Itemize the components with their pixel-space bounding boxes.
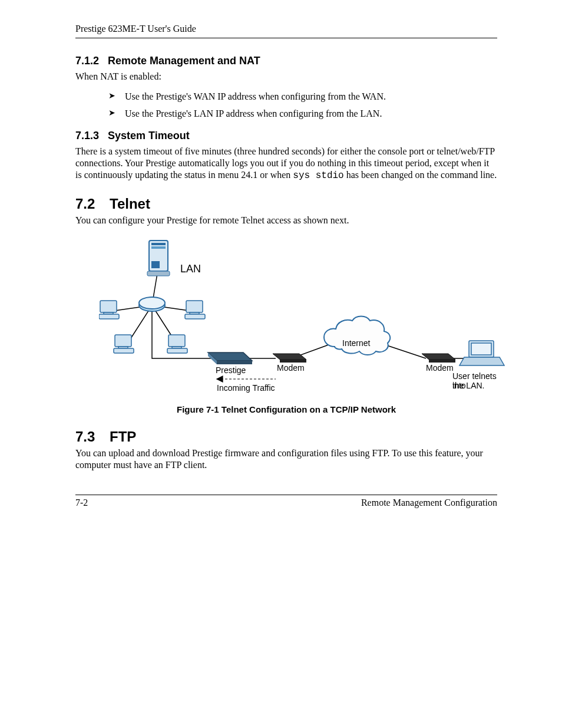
cloud-icon [324,316,390,355]
pc-icon [167,335,187,353]
heading-number: 7.3 [75,429,95,445]
intro-7-1-2: When NAT is enabled: [75,71,497,83]
footer-chapter: Remote Management Configuration [361,498,497,508]
prestige-icon [208,353,252,364]
svg-rect-16 [186,301,203,312]
body-7-2: You can configure your Prestige for remo… [75,215,497,226]
modem-icon [273,354,306,363]
svg-rect-18 [185,314,205,319]
svg-rect-22 [168,335,185,347]
svg-rect-8 [151,243,166,245]
heading-number: 7.1.3 [75,130,99,142]
heading-7-2: 7.2 Telnet [75,196,497,212]
heading-text: System Timeout [108,130,190,141]
pc-icon [185,301,205,319]
heading-text: Telnet [110,196,150,212]
laptop-icon [459,341,504,365]
heading-7-1-2: 7.1.2 Remote Management and NAT [75,55,497,67]
heading-text: FTP [110,429,136,444]
svg-rect-10 [151,261,160,268]
svg-rect-26 [471,343,491,355]
svg-rect-9 [151,246,166,249]
body-text-b: has been changed on the command line. [344,170,497,180]
svg-rect-21 [114,348,134,353]
svg-rect-15 [99,314,119,319]
label-modem-2: Modem [426,363,454,373]
arrow-icon [217,376,276,382]
svg-rect-24 [167,348,187,353]
modem-icon [422,354,455,363]
label-internet: Internet [342,338,370,348]
page-footer: 7-2 Remote Management Configuration [75,495,497,508]
svg-rect-19 [115,335,131,347]
label-user-2: the LAN. [452,381,484,390]
heading-number: 7.2 [75,196,95,212]
footer-page-number: 7-2 [75,498,88,508]
figure-caption: Figure 7-1 Telnet Configuration on a TCP… [75,404,497,414]
server-icon [147,241,170,276]
heading-7-1-3: 7.1.3 System Timeout [75,130,497,142]
svg-rect-11 [147,271,170,276]
pc-icon [114,335,134,353]
pc-icon [99,301,119,319]
page-content: Prestige 623ME-T User's Guide 7.1.2 Remo… [0,0,562,531]
label-prestige: Prestige [216,365,246,375]
svg-rect-13 [100,301,117,312]
heading-7-3: 7.3 FTP [75,429,497,445]
body-7-1-3: There is a system timeout of five minute… [75,146,497,182]
diagram-svg [99,235,511,400]
list-item: Use the Prestige's WAN IP address when c… [108,91,497,103]
list-item: Use the Prestige's LAN IP address when c… [108,108,497,120]
header-title: Prestige 623ME-T User's Guide [75,24,196,34]
heading-text: Remote Management and NAT [108,55,260,67]
page-header: Prestige 623ME-T User's Guide [75,24,497,38]
label-modem-1: Modem [277,363,305,373]
heading-number: 7.1.2 [75,55,99,67]
bullet-list-7-1-2: Use the Prestige's WAN IP address when c… [75,91,497,120]
diagram-telnet: LAN Internet Prestige Modem Modem Incomi… [99,235,511,400]
label-lan: LAN [180,263,201,275]
figure-7-1: LAN Internet Prestige Modem Modem Incomi… [75,235,497,414]
body-7-3: You can upload and download Prestige fir… [75,447,497,471]
svg-point-12 [139,297,165,309]
label-incoming: Incoming Traffic [217,383,275,393]
code-sys-stdio: sys stdio [293,170,343,181]
